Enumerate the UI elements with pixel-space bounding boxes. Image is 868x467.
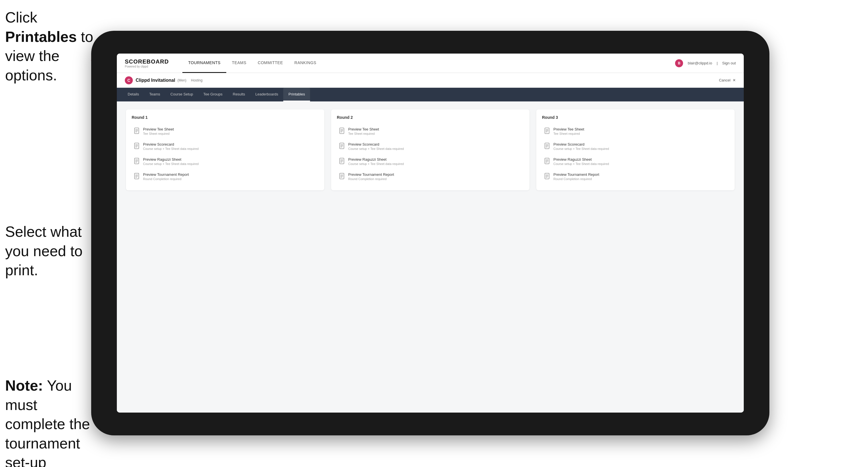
document-icon-8 [339, 173, 345, 180]
tablet-frame: SCOREBOARD Powered by clippd TOURNAMENTS… [91, 31, 769, 435]
instruction-top: Click Printables toview the options. [5, 8, 99, 85]
r1-scorecard-req: Course setup + Tee Sheet data required [143, 147, 198, 150]
r3-raguzzi-req: Course setup + Tee Sheet data required [553, 162, 609, 165]
tournament-name: Clippd Invitational [136, 78, 175, 83]
r3-report-req: Round Completion required [553, 177, 599, 181]
r2-raguzzi-req: Course setup + Tee Sheet data required [348, 162, 404, 165]
round3-tee-sheet[interactable]: Preview Tee Sheet Tee Sheet required [542, 124, 729, 138]
round-3-column: Round 3 Preview Tee Sheet Tee Sheet requ… [536, 110, 735, 190]
round1-report[interactable]: Preview Tournament Report Round Completi… [132, 169, 318, 184]
r1-scorecard-name: Preview Scorecard [143, 142, 198, 147]
document-icon-2 [134, 143, 140, 150]
round2-raguzzi[interactable]: Preview Raguzzi Sheet Course setup + Tee… [337, 154, 524, 168]
r1-tee-name: Preview Tee Sheet [143, 127, 174, 131]
r2-report-req: Round Completion required [348, 177, 394, 181]
instruction-bottom: Note: You mustcomplete thetournament set… [5, 376, 102, 467]
document-icon-3 [134, 158, 140, 165]
round1-tee-sheet[interactable]: Preview Tee Sheet Tee Sheet required [132, 124, 318, 138]
r1-raguzzi-name: Preview Raguzzi Sheet [143, 157, 198, 161]
tab-course-setup[interactable]: Course Setup [165, 88, 198, 101]
round2-tee-sheet[interactable]: Preview Tee Sheet Tee Sheet required [337, 124, 524, 138]
document-icon-5 [339, 128, 345, 135]
user-email: blair@clippd.io [688, 61, 712, 65]
nav-rankings[interactable]: RANKINGS [289, 54, 322, 73]
document-icon [134, 128, 140, 135]
logo-title: SCOREBOARD [125, 58, 169, 65]
tournament-header: C Clippd Invitational (Men) Hosting Canc… [117, 73, 744, 88]
r1-report-req: Round Completion required [143, 177, 189, 181]
r1-tee-req: Tee Sheet required [143, 132, 174, 135]
printables-bold: Printables [5, 29, 76, 45]
tournament-logo-icon: C [125, 76, 133, 84]
r2-report-name: Preview Tournament Report [348, 173, 394, 177]
r3-tee-name: Preview Tee Sheet [553, 127, 584, 131]
document-icon-9 [544, 128, 551, 135]
document-icon-11 [544, 158, 551, 165]
r3-scorecard-req: Course setup + Tee Sheet data required [553, 147, 609, 150]
document-icon-12 [544, 173, 551, 180]
header-right: B blair@clippd.io | Sign out [675, 59, 736, 67]
sign-out-link[interactable]: Sign out [722, 61, 736, 65]
nav-teams[interactable]: TEAMS [226, 54, 252, 73]
instruction-middle: Select what you need to print. [5, 222, 102, 280]
round-2-column: Round 2 Preview Tee Sheet Tee Sheet requ… [331, 110, 529, 190]
r3-scorecard-name: Preview Scorecard [553, 142, 609, 147]
rounds-grid: Round 1 Preview Tee Sheet Tee Sheet requ… [126, 110, 735, 190]
r2-tee-name: Preview Tee Sheet [348, 127, 379, 131]
round-2-title: Round 2 [337, 115, 524, 120]
tournament-tag: (Men) [178, 79, 186, 82]
r3-raguzzi-name: Preview Raguzzi Sheet [553, 157, 609, 161]
main-content: Round 1 Preview Tee Sheet Tee Sheet requ… [117, 101, 744, 412]
round1-raguzzi[interactable]: Preview Raguzzi Sheet Course setup + Tee… [132, 154, 318, 168]
r3-tee-req: Tee Sheet required [553, 132, 584, 135]
tab-tee-groups[interactable]: Tee Groups [198, 88, 228, 101]
r3-report-name: Preview Tournament Report [553, 173, 599, 177]
tablet-screen: SCOREBOARD Powered by clippd TOURNAMENTS… [117, 54, 744, 412]
tab-bar: Details Teams Course Setup Tee Groups Re… [117, 88, 744, 101]
r2-scorecard-req: Course setup + Tee Sheet data required [348, 147, 404, 150]
separator: | [717, 61, 717, 65]
document-icon-4 [134, 173, 140, 180]
cancel-x: ✕ [733, 78, 736, 82]
nav-committee[interactable]: COMMITTEE [252, 54, 289, 73]
tab-leaderboards[interactable]: Leaderboards [250, 88, 283, 101]
round3-report[interactable]: Preview Tournament Report Round Completi… [542, 169, 729, 184]
round-1-column: Round 1 Preview Tee Sheet Tee Sheet requ… [126, 110, 324, 190]
cancel-button[interactable]: Cancel ✕ [718, 78, 736, 82]
main-nav: TOURNAMENTS TEAMS COMMITTEE RANKINGS [182, 54, 675, 73]
round-1-title: Round 1 [132, 115, 318, 120]
tab-printables[interactable]: Printables [283, 88, 310, 101]
document-icon-7 [339, 158, 345, 165]
user-avatar: B [675, 59, 683, 67]
document-icon-10 [544, 143, 551, 150]
round3-raguzzi[interactable]: Preview Raguzzi Sheet Course setup + Tee… [542, 154, 729, 168]
r2-raguzzi-name: Preview Raguzzi Sheet [348, 157, 404, 161]
r1-report-name: Preview Tournament Report [143, 173, 189, 177]
app-header: SCOREBOARD Powered by clippd TOURNAMENTS… [117, 54, 744, 73]
document-icon-6 [339, 143, 345, 150]
tournament-status: Hosting [191, 79, 203, 82]
round3-scorecard[interactable]: Preview Scorecard Course setup + Tee She… [542, 139, 729, 153]
tab-details[interactable]: Details [123, 88, 144, 101]
round-3-title: Round 3 [542, 115, 729, 120]
tab-teams[interactable]: Teams [144, 88, 165, 101]
tab-results[interactable]: Results [228, 88, 250, 101]
r1-raguzzi-req: Course setup + Tee Sheet data required [143, 162, 198, 165]
logo-subtitle: Powered by clippd [125, 65, 169, 68]
nav-tournaments[interactable]: TOURNAMENTS [182, 54, 226, 73]
round2-report[interactable]: Preview Tournament Report Round Completi… [337, 169, 524, 184]
scoreboard-logo: SCOREBOARD Powered by clippd [125, 58, 169, 68]
round1-scorecard[interactable]: Preview Scorecard Course setup + Tee She… [132, 139, 318, 153]
round2-scorecard[interactable]: Preview Scorecard Course setup + Tee She… [337, 139, 524, 153]
r2-scorecard-name: Preview Scorecard [348, 142, 404, 147]
r2-tee-req: Tee Sheet required [348, 132, 379, 135]
note-bold: Note: [5, 377, 43, 394]
